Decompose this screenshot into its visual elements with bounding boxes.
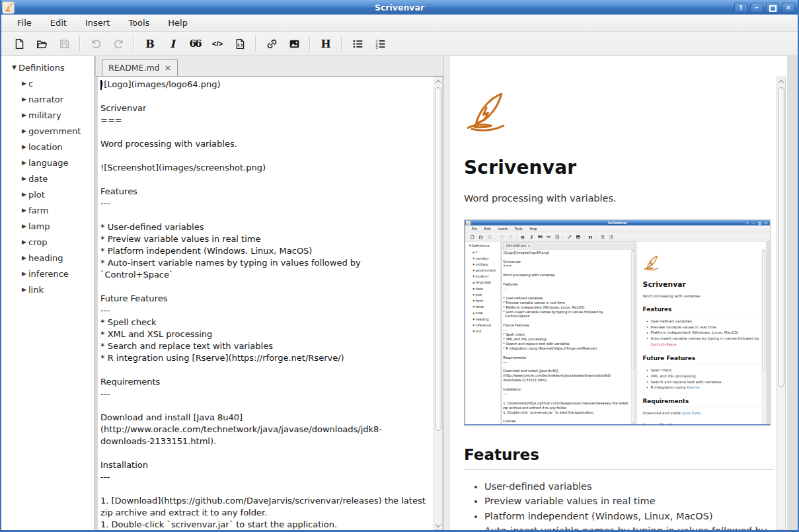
redo-icon	[113, 38, 124, 50]
heading-button[interactable]: H	[316, 35, 336, 52]
bullet-list-icon	[352, 38, 363, 50]
menu-item[interactable]: Edit	[41, 15, 76, 31]
tab-label: README.md	[108, 63, 160, 73]
menu-item[interactable]: Tools	[119, 15, 159, 31]
tab-close-icon[interactable]: ×	[165, 63, 172, 73]
tree-item-label: link	[28, 285, 44, 295]
scrollbar-thumb[interactable]	[778, 87, 784, 387]
chevron-right-icon: ▶	[20, 143, 28, 150]
undo-icon	[91, 38, 102, 50]
feature-item: Preview variable values in real time	[484, 494, 774, 508]
chevron-right-icon: ▶	[20, 270, 28, 277]
numbered-list-icon: 123	[375, 38, 386, 50]
bold-button[interactable]: B	[140, 35, 160, 52]
tree-item[interactable]: ▶ language	[1, 155, 94, 171]
blockquote-button[interactable]: 66	[185, 35, 205, 52]
editor-scrollbar[interactable]	[434, 77, 443, 530]
main-area: ▼ Definitions ▶ c ▶ narrator	[1, 56, 798, 530]
tree-item[interactable]: ▶ c	[1, 75, 94, 91]
link-button[interactable]	[262, 35, 282, 52]
app-icon	[2, 1, 15, 14]
chevron-right-icon: ▶	[20, 254, 28, 261]
scroll-up-icon[interactable]	[777, 77, 785, 86]
tab-readme[interactable]: README.md ×	[102, 59, 178, 76]
scrollbar-thumb[interactable]	[435, 87, 441, 431]
preview-content: Scrivenvar Word processing with variable…	[449, 56, 787, 530]
italic-button[interactable]: I	[163, 35, 182, 52]
tree-item-label: date	[28, 174, 48, 184]
mini-toolbar: B I 66 </> H	[465, 232, 770, 241]
new-file-icon	[14, 38, 25, 50]
open-file-button[interactable]	[32, 35, 52, 52]
maximize-button[interactable]	[766, 3, 779, 13]
mini-app-window: Scrivenvar ↑ – ✕ FileEditInsertT	[465, 220, 771, 425]
window-controls: ↑ – ✕	[734, 3, 795, 13]
markdown-editor[interactable]: ![Logo](images/logo64.png) Scrivenvar ==…	[98, 77, 434, 530]
italic-icon: I	[170, 38, 174, 50]
tree-item[interactable]: ▶ heading	[1, 250, 94, 266]
toolbar-separator	[133, 36, 135, 51]
scroll-up-icon[interactable]	[434, 77, 442, 86]
tree-item-label: location	[28, 142, 63, 152]
tree-item[interactable]: ▶ narrator	[1, 91, 94, 107]
tree-item-label: heading	[28, 253, 63, 263]
image-button[interactable]	[284, 35, 304, 52]
mini-quill-icon	[467, 221, 470, 225]
tree-item[interactable]: ▶ date	[1, 171, 94, 186]
tree-item[interactable]: ▶ government	[1, 123, 94, 139]
svg-text:3: 3	[375, 46, 377, 50]
menu-bar: FileEditInsertToolsHelp	[0, 15, 799, 32]
shade-button[interactable]: ↑	[734, 3, 747, 13]
tree-item-label: language	[28, 158, 69, 168]
tree-item-label: c	[28, 79, 33, 89]
features-heading: Features	[464, 446, 774, 470]
feature-item: User-defined variables	[484, 479, 774, 494]
tree-item[interactable]: ▶ farm	[1, 202, 94, 218]
mini-preview-pane: Scrivenvar Word processing with variable…	[637, 242, 766, 424]
chevron-right-icon: ▶	[20, 207, 28, 213]
feature-item: Platform independent (Windows, Linux, Ma…	[484, 509, 774, 523]
menu-item[interactable]: Help	[159, 15, 197, 31]
bullet-list-button[interactable]	[348, 35, 367, 52]
link-icon	[266, 38, 278, 50]
tree-item[interactable]: ▶ inference	[1, 266, 94, 282]
mini-sidebar: ▼ Definitions ▶ c	[465, 242, 501, 424]
toolbar: B I 66 </> H 123	[0, 32, 799, 56]
definitions-sidebar: ▼ Definitions ▶ c ▶ narrator	[1, 56, 95, 530]
tree-root-definitions[interactable]: ▼ Definitions	[1, 59, 94, 75]
inline-code-button[interactable]: </>	[208, 35, 227, 52]
save-button[interactable]	[54, 35, 74, 52]
svg-text:3: 3	[609, 237, 611, 239]
chevron-down-icon[interactable]: ▼	[10, 64, 19, 71]
tab-strip: README.md ×	[95, 56, 443, 77]
bold-icon: B	[145, 38, 155, 50]
tree-item[interactable]: ▶ crop	[1, 234, 94, 250]
tree-item[interactable]: ▶ plot	[1, 186, 94, 202]
tree-item[interactable]: ▶ link	[1, 282, 94, 297]
tree-children: ▶ c ▶ narrator ▶ military ▶	[1, 75, 94, 297]
scroll-down-icon[interactable]	[434, 521, 442, 529]
chevron-right-icon: ▶	[20, 175, 28, 182]
menu-item[interactable]: Insert	[76, 15, 119, 31]
new-file-button[interactable]	[9, 35, 29, 52]
heading-icon: H	[321, 38, 330, 50]
tree-item[interactable]: ▶ military	[1, 107, 94, 123]
code-block-button[interactable]	[230, 35, 250, 52]
redo-button[interactable]	[108, 35, 128, 52]
numbered-list-button[interactable]: 123	[370, 35, 390, 52]
tree-item-label: plot	[28, 190, 45, 200]
undo-button[interactable]	[86, 35, 106, 52]
close-button[interactable]: ✕	[782, 3, 795, 13]
title-bar[interactable]: Scrivenvar ↑ – ✕	[0, 0, 799, 15]
tree-root-label: Definitions	[19, 63, 65, 73]
minimize-button[interactable]: –	[750, 3, 763, 13]
tree-item[interactable]: ▶ location	[1, 139, 94, 155]
menu-item[interactable]: File	[8, 15, 41, 31]
tree-item[interactable]: ▶ lamp	[1, 218, 94, 234]
pane-splitter[interactable]	[443, 56, 449, 530]
preview-scrollbar[interactable]	[777, 77, 786, 530]
code-icon: </>	[212, 40, 223, 48]
tree-item-label: lamp	[28, 221, 50, 231]
quote-icon: 66	[190, 38, 201, 50]
toolbar-separator	[79, 36, 81, 51]
